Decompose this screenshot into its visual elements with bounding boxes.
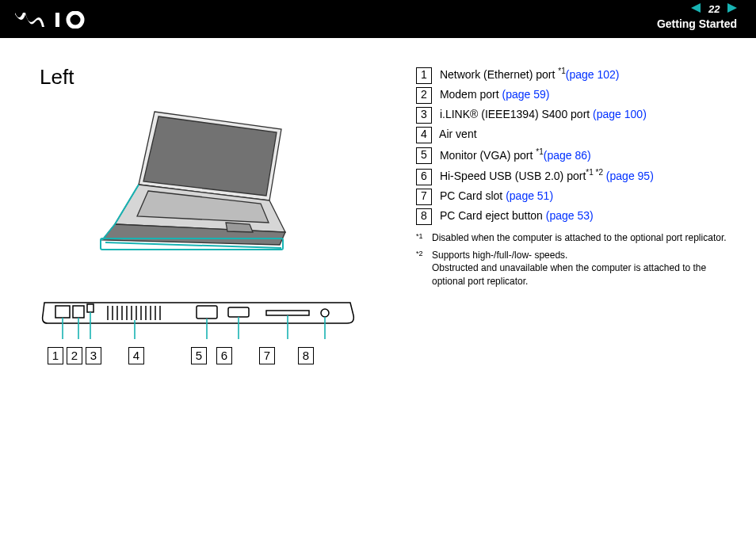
item-text: Network (Ethernet) port	[437, 68, 558, 81]
svg-rect-25	[228, 307, 249, 317]
svg-point-1	[68, 13, 82, 27]
callout-number: 4	[128, 347, 144, 364]
svg-rect-10	[73, 306, 84, 318]
item-number-box: 6	[416, 169, 432, 185]
vaio-logo	[14, 11, 90, 33]
callout-number: 2	[67, 347, 82, 364]
item-text: Air vent	[437, 128, 477, 140]
prev-page-icon[interactable]	[691, 3, 701, 13]
page-link[interactable]: (page 53)	[546, 209, 594, 222]
callout-number: 1	[48, 347, 63, 364]
footnote: *2Supports high-/full-/low- speeds. Obst…	[416, 249, 729, 288]
page-link[interactable]: (page 51)	[506, 189, 553, 202]
item-superscript: *1 *2	[586, 168, 603, 177]
port-item: 3 i.LINK® (IEEE1394) S400 port (page 100…	[416, 106, 729, 124]
svg-marker-7	[226, 223, 253, 232]
svg-rect-24	[197, 306, 217, 318]
section-title: Getting Started	[657, 17, 737, 30]
item-number-box: 1	[416, 67, 432, 84]
item-number-box: 4	[416, 127, 432, 143]
callout-number: 5	[191, 347, 207, 364]
svg-rect-11	[87, 304, 94, 312]
callout-numbers: 12345678	[48, 347, 317, 364]
device-illustration: 12345678	[40, 105, 357, 375]
item-number-box: 8	[416, 208, 432, 225]
port-item: 8 PC Card eject button (page 53)	[416, 208, 729, 225]
item-text: Modem port	[437, 88, 502, 101]
item-text: i.LINK® (IEEE1394) S400 port	[437, 108, 593, 120]
port-item: 2 Modem port (page 59)	[416, 86, 729, 104]
page-number: 22	[704, 3, 724, 15]
page-title: Left	[40, 65, 372, 90]
pager: 22	[657, 3, 737, 15]
page-link[interactable]: (page 86)	[544, 148, 591, 161]
item-number-box: 7	[416, 189, 432, 205]
callout-number: 8	[298, 347, 314, 364]
port-item: 7 PC Card slot (page 51)	[416, 188, 729, 205]
svg-point-27	[321, 309, 329, 317]
item-superscript: *1	[536, 147, 543, 156]
page-link[interactable]: (page 102)	[566, 68, 620, 81]
item-text: Hi-Speed USB (USB 2.0) port	[437, 170, 586, 182]
footnote-text: Supports high-/full-/low- speeds. Obstru…	[432, 249, 729, 288]
svg-rect-0	[55, 13, 59, 27]
page-link[interactable]: (page 100)	[593, 108, 647, 120]
port-list: 1 Network (Ethernet) port *1(page 102)2 …	[416, 65, 729, 375]
port-item: 6 Hi-Speed USB (USB 2.0) port*1 *2 (page…	[416, 166, 729, 185]
port-item: 4 Air vent	[416, 126, 729, 143]
item-number-box: 3	[416, 107, 432, 124]
item-number-box: 5	[416, 147, 432, 164]
port-item: 5 Monitor (VGA) port *1(page 86)	[416, 146, 729, 165]
footnote-marker: *1	[416, 231, 432, 244]
svg-rect-26	[266, 311, 309, 315]
page-link[interactable]: (page 59)	[502, 88, 549, 101]
item-number-box: 2	[416, 87, 432, 104]
callout-number: 6	[216, 347, 232, 364]
port-item: 1 Network (Ethernet) port *1(page 102)	[416, 65, 729, 84]
footnote-marker: *2	[416, 249, 432, 288]
callout-number: 3	[86, 347, 101, 364]
header-bar: 22 Getting Started	[0, 0, 756, 38]
item-text: Monitor (VGA) port	[437, 148, 536, 161]
page-link[interactable]: (page 95)	[603, 170, 654, 182]
item-superscript: *1	[558, 67, 565, 75]
footnote: *1Disabled when the computer is attached…	[416, 231, 729, 244]
item-text: PC Card slot	[437, 189, 506, 202]
next-page-icon[interactable]	[727, 3, 737, 13]
callout-number: 7	[259, 347, 275, 364]
svg-rect-9	[55, 306, 70, 318]
footnote-text: Disabled when the computer is attached t…	[432, 231, 727, 244]
item-text: PC Card eject button	[437, 209, 546, 222]
